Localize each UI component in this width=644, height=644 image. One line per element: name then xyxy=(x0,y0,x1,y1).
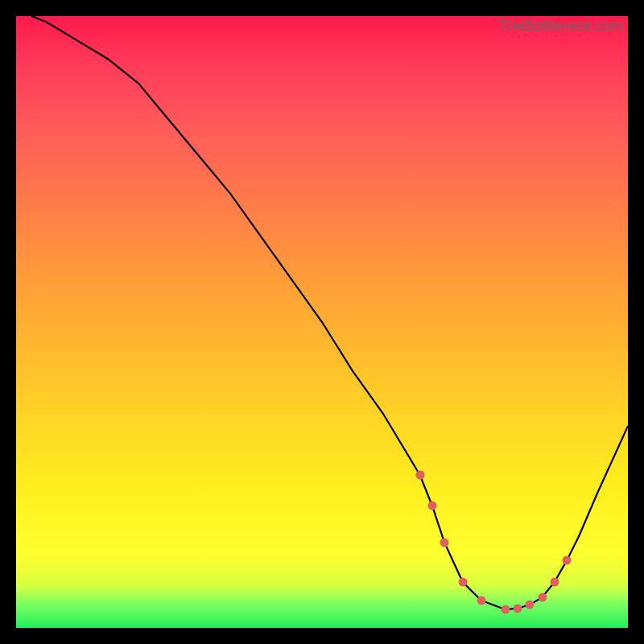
highlight-marker xyxy=(502,605,510,614)
highlight-marker xyxy=(563,556,572,565)
highlight-marker xyxy=(477,596,485,605)
highlight-marker xyxy=(514,604,522,613)
highlight-marker xyxy=(538,593,547,602)
highlight-marker xyxy=(458,578,467,587)
highlight-marker xyxy=(550,578,559,587)
chart-frame: TheBottleneck.com xyxy=(0,0,644,644)
highlight-marker xyxy=(427,502,436,510)
highlight-marker xyxy=(526,601,535,609)
highlight-marker xyxy=(440,538,449,547)
attribution-label: TheBottleneck.com xyxy=(499,18,623,35)
highlight-marker xyxy=(415,471,424,480)
chart-plot-area: TheBottleneck.com xyxy=(16,16,628,628)
bottleneck-curve xyxy=(16,16,628,628)
